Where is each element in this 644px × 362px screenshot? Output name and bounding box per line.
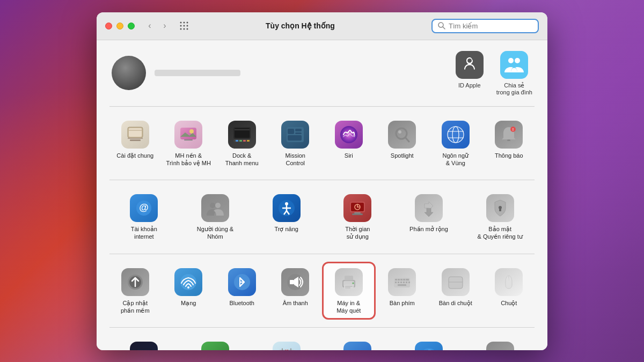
- minimize-button[interactable]: [116, 23, 123, 29]
- pref-trackpad[interactable]: Bàn di chuột: [430, 263, 481, 319]
- family-label: Chia sẻtrong gia đình: [496, 82, 532, 95]
- svg-rect-90: [395, 282, 397, 283]
- svg-rect-93: [403, 282, 405, 283]
- users-icon: [201, 194, 229, 222]
- printer-icon: [335, 268, 363, 296]
- svg-point-7: [184, 28, 185, 30]
- pref-general[interactable]: Cài đặt chung: [109, 115, 161, 172]
- svg-line-37: [405, 137, 409, 142]
- nav-buttons: ‹ ›: [143, 19, 171, 32]
- svg-rect-82: [345, 287, 350, 289]
- network-icon: [174, 268, 202, 296]
- pref-sound[interactable]: Âm thanh: [270, 263, 321, 319]
- internet-icon: @: [130, 194, 158, 222]
- svg-rect-81: [345, 286, 353, 287]
- content-area: ID Apple Chia sẻtrong gia đình: [97, 40, 547, 350]
- pref-security[interactable]: Bảo mật& Quyền riêng tư: [465, 189, 535, 245]
- pref-dock[interactable]: Dock &Thanh menu: [216, 115, 268, 172]
- battery-icon: ⚡: [201, 342, 229, 350]
- apple-id-label: ID Apple: [458, 82, 481, 88]
- svg-rect-31: [288, 129, 294, 134]
- apple-id-icon: [456, 51, 484, 79]
- dock-icon: [228, 121, 256, 149]
- pref-mission[interactable]: MissionControl: [270, 115, 321, 172]
- svg-point-11: [508, 58, 514, 63]
- grid-row-3: Cập nhậtphần mềm Mạng: [109, 263, 535, 319]
- pref-extension[interactable]: Phần mở rộng: [394, 189, 464, 245]
- svg-point-0: [180, 22, 182, 24]
- wallpaper-label: MH nền &Trình bảo vệ MH: [166, 152, 211, 167]
- svg-rect-101: [136, 349, 152, 350]
- pref-timemachine[interactable]: TimeMachine: [394, 336, 464, 350]
- pref-screentime[interactable]: Thời giansử dụng: [323, 189, 392, 245]
- search-box[interactable]: [431, 19, 539, 33]
- svg-rect-63: [352, 213, 363, 215]
- svg-text:!: !: [513, 128, 514, 131]
- svg-point-38: [398, 130, 401, 134]
- keyboard-icon: [388, 268, 416, 296]
- pref-battery[interactable]: ⚡ Pin: [181, 336, 250, 350]
- svg-rect-80: [344, 285, 354, 289]
- mission-icon: [281, 121, 309, 149]
- spotlight-icon: [388, 121, 416, 149]
- pref-startup[interactable]: Ổ đĩaKhởi động: [465, 336, 535, 350]
- extension-icon: [415, 194, 443, 222]
- siri-label: Siri: [345, 152, 353, 159]
- svg-rect-62: [354, 212, 361, 213]
- forward-button[interactable]: ›: [158, 19, 171, 32]
- svg-rect-32: [295, 129, 302, 131]
- pref-printer[interactable]: Máy in &Máy quét: [323, 263, 375, 319]
- general-label: Cài đặt chung: [116, 152, 153, 159]
- pref-display[interactable]: Màn hình: [109, 336, 179, 350]
- pref-bluetooth[interactable]: Bluetooth: [216, 263, 268, 319]
- profile-section: ID Apple Chia sẻtrong gia đình: [109, 51, 535, 95]
- svg-rect-19: [180, 128, 196, 139]
- trackpad-icon: [442, 268, 470, 296]
- general-icon: [121, 121, 149, 149]
- family-sharing-item[interactable]: Chia sẻtrong gia đình: [496, 51, 532, 95]
- network-label: Mạng: [181, 299, 196, 307]
- grid-button[interactable]: [178, 19, 191, 32]
- svg-rect-24: [235, 129, 250, 130]
- pref-users[interactable]: Người dùng &Nhóm: [181, 189, 250, 245]
- back-button[interactable]: ‹: [143, 19, 156, 32]
- language-icon: [442, 121, 470, 149]
- sound-label: Âm thanh: [283, 299, 308, 307]
- svg-rect-95: [408, 282, 410, 283]
- pref-siri[interactable]: Siri: [323, 115, 375, 172]
- titlebar: ‹ › Tùy chọn Hệ thống: [97, 12, 547, 40]
- apple-id-item[interactable]: ID Apple: [456, 51, 484, 95]
- pref-accessibility[interactable]: Trợ năng: [252, 189, 321, 245]
- spotlight-label: Spotlight: [391, 152, 414, 159]
- svg-rect-85: [395, 279, 397, 280]
- system-preferences-window: ‹ › Tùy chọn Hệ thống: [97, 12, 547, 350]
- pref-mouse[interactable]: Chuột: [484, 263, 535, 319]
- sharing-icon: [343, 342, 371, 350]
- pref-notification[interactable]: ! Thông báo: [484, 115, 535, 172]
- startup-icon: [486, 342, 514, 350]
- pref-internet[interactable]: @ Tài khoảninternet: [109, 189, 179, 245]
- mouse-label: Chuột: [501, 299, 517, 307]
- svg-point-8: [187, 28, 188, 30]
- pref-language[interactable]: Ngôn ngữ& Vùng: [430, 115, 481, 172]
- bluetooth-label: Bluetooth: [230, 299, 254, 307]
- pref-spotlight[interactable]: Spotlight: [377, 115, 428, 172]
- svg-text:17: 17: [284, 349, 288, 350]
- svg-rect-65: [499, 209, 501, 211]
- pref-datetime[interactable]: 17 Ngày & Giờ: [252, 336, 321, 350]
- svg-rect-33: [295, 132, 302, 134]
- avatar[interactable]: [112, 56, 146, 90]
- maximize-button[interactable]: [128, 23, 135, 29]
- svg-rect-28: [243, 140, 246, 142]
- pref-wallpaper[interactable]: MH nền &Trình bảo vệ MH: [163, 115, 215, 172]
- pref-network[interactable]: Mạng: [163, 263, 215, 319]
- pref-sharing[interactable]: Chia sẻ: [323, 336, 392, 350]
- pref-software[interactable]: Cập nhậtphần mềm: [109, 263, 161, 319]
- internet-label: Tài khoảninternet: [131, 225, 157, 241]
- svg-point-49: [210, 203, 215, 208]
- pref-keyboard[interactable]: Bàn phím: [377, 263, 428, 319]
- traffic-lights: [105, 23, 135, 29]
- svg-rect-14: [129, 128, 142, 137]
- close-button[interactable]: [105, 23, 112, 29]
- search-input[interactable]: [449, 22, 532, 30]
